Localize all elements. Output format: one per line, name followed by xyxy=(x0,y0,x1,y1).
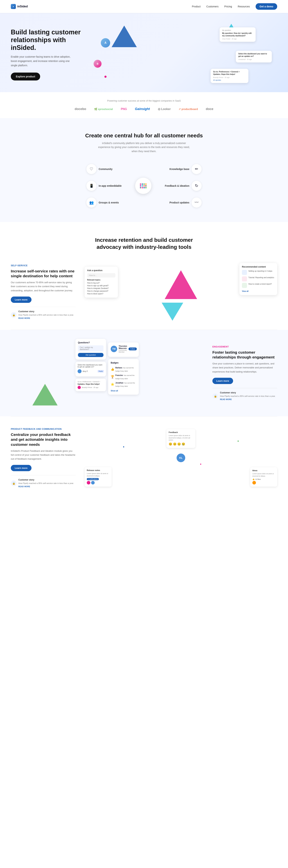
hero-chat-bubble-3: Go to: Preferences > General > Updates. … xyxy=(211,69,248,83)
nav-logo[interactable]: ● inSided xyxy=(11,4,28,9)
self-service-learn-more[interactable]: Learn more xyxy=(11,297,32,303)
feedback-node-body: Lorem ipsum dolor sit amet ut eiusmod et… xyxy=(169,434,193,441)
community-label: Community xyxy=(99,167,113,170)
self-service-text: Self-service Increase self-service rates… xyxy=(11,264,75,319)
notifications-row: 2 notifications xyxy=(87,478,109,480)
badge-icon-3: ⭐ xyxy=(111,382,114,386)
nav-cta-button[interactable]: Get a demo xyxy=(256,3,277,10)
ideas-likes: 👍 10 likes xyxy=(252,478,275,480)
nav-resources[interactable]: Resources xyxy=(238,5,250,8)
hub-item-product: 〰 Product updates xyxy=(169,197,201,208)
feedback-icon: ↻ xyxy=(192,181,201,191)
emoji-2: 😐 xyxy=(173,442,177,446)
self-service-tag: Self-service xyxy=(11,264,75,267)
hub-section: Create one central hub for all customer … xyxy=(0,118,288,222)
show-all-link[interactable]: Show all xyxy=(111,390,118,392)
product-feedback-visual: KL Feedback Lorem ipsum dolor sit amet u… xyxy=(85,426,277,490)
product-feedback-story-icon: 🔒 xyxy=(11,480,17,486)
hub-center-circle xyxy=(135,178,151,194)
chat-3-upvotes: 20 upvotes xyxy=(213,79,246,82)
release-title: Release notes xyxy=(87,469,109,471)
hub-subtext: inSided's community platform lets you de… xyxy=(97,141,191,153)
badge-name-3: Jonathan xyxy=(116,382,123,384)
hub-item-community: ♡ Community xyxy=(86,164,113,174)
engagement-story-body: How Pipefy reached a 95% self-service ra… xyxy=(220,395,276,397)
product-feedback-learn-more[interactable]: Learn more xyxy=(11,465,32,471)
ideas-desc: Lorem ipsum dolor sit amet ut eiusmod et… xyxy=(252,473,275,477)
feedback-node-title: Feedback xyxy=(169,431,193,433)
hub-dots-grid xyxy=(140,183,147,188)
rec-content-card: Recommended content Setting up reporting… xyxy=(239,263,277,295)
release-notes-node: Release notes Lorem ipsum dolor sit amet… xyxy=(85,467,111,487)
hero-right: A B My question: My question: How do I q… xyxy=(90,24,277,85)
profile-avatar: TW xyxy=(111,346,117,352)
emoji-reactions: 😊 😐 😔 😢 xyxy=(169,442,193,446)
ask-question-title: Ask a question xyxy=(87,269,116,272)
rec-item-1-icon xyxy=(242,270,247,275)
partners-logos: docebo 🌿 sproutsocial PNG Gainsight ◎ Lo… xyxy=(11,107,277,111)
self-service-story-link[interactable]: READ MORE xyxy=(19,317,30,319)
chat-2-text: Select the dashboard you want to get an … xyxy=(238,53,269,58)
engagement-headline: Foster lasting customer relationships th… xyxy=(213,350,277,360)
follow-button[interactable]: Follow xyxy=(129,347,137,350)
feedback-center-avatar: KL xyxy=(177,454,185,462)
profile-role: Community Member xyxy=(119,349,127,353)
engagement-learn-more[interactable]: Learn more xyxy=(213,378,233,384)
nav-pricing[interactable]: Pricing xyxy=(224,5,232,8)
rec-item-3-text: How to create a trend report? xyxy=(248,283,272,285)
product-feedback-headline: Centralize your product feedback and get… xyxy=(11,432,75,447)
partners-title: Powering customer success at some of the… xyxy=(11,99,277,102)
product-updates-icon: 〰 xyxy=(192,197,201,208)
badge-icon-2: 🏆 xyxy=(111,375,114,378)
ideas-node: Ideas Lorem ipsum dolor sit amet ut eius… xyxy=(250,467,277,487)
engagement-desc: Give your customers a place to connect, … xyxy=(213,362,277,374)
retention-section: Increase retention and build customer ad… xyxy=(0,222,288,254)
hero-left: Build lasting customer relationships wit… xyxy=(11,28,90,81)
engagement-section: Questions? Can I update my dashboard? As… xyxy=(0,330,288,416)
nav-product[interactable]: Product xyxy=(192,5,200,8)
badge-text-2: Francine has earned the badge Easy taker xyxy=(116,373,136,380)
view-all-link[interactable]: View all xyxy=(242,290,249,292)
nav-links: Product Customers Pricing Resources Get … xyxy=(192,3,277,10)
chat-3-text: Go to: Preferences > General > Updates. … xyxy=(213,70,246,75)
badges-card: Badges 👍 Barbara has earned the badge Ea… xyxy=(108,359,139,395)
hero-chat-bubble-2: Select the dashboard you want to get an … xyxy=(236,51,272,62)
product-feedback-desc: InSided's Product Feedback and Ideation … xyxy=(11,449,75,461)
release-desc: Lorem ipsum dolor sit amet ut eiusmod et… xyxy=(87,472,109,477)
engagement-story-label: Customer story xyxy=(220,392,276,394)
partner-sprout: 🌿 sproutsocial xyxy=(94,108,113,111)
self-service-desc: Our customers achieve 70-95% self-servic… xyxy=(11,280,75,292)
partner-gainsight: Gainsight xyxy=(135,107,150,111)
product-feedback-story: 🔒 Customer story How Pipefy reached a 95… xyxy=(11,475,75,488)
go-to-text: Updates. Hope this helps! xyxy=(77,383,104,385)
topic-2: How to sign up with gmail? xyxy=(87,284,116,287)
nav-customers[interactable]: Customers xyxy=(206,5,219,8)
feedback-top-node: Feedback Lorem ipsum dolor sit amet ut e… xyxy=(166,429,195,448)
rec-item-2: Tutorial: Reporting and analytics xyxy=(242,276,275,281)
emoji-3: 😔 xyxy=(177,442,181,446)
chat-1-meta: Amy Foster · 2h ago xyxy=(222,38,253,40)
chat-1-label: My question: xyxy=(222,29,253,32)
brandy-row: Brandy Prince · 2h ago xyxy=(77,386,104,389)
badge-item-1: 👍 Barbara has earned the badge Easy take… xyxy=(111,366,136,372)
ideas-avatar-row xyxy=(252,481,275,485)
hero-avatar-2: B xyxy=(94,60,101,68)
ask-question-btn[interactable]: Ask question xyxy=(78,353,103,357)
engagement-story-link[interactable]: READ MORE xyxy=(220,398,232,400)
hero-avatar-1: A xyxy=(101,38,110,48)
teal-triangle-bg xyxy=(162,303,183,321)
hero-chat-bubble-1: My question: My question: How do I quick… xyxy=(220,27,256,42)
self-service-headline: Increase self-service rates with one sin… xyxy=(11,269,75,279)
ask-question-card: Ask a question How to... Relevant topics… xyxy=(85,267,118,298)
logo-icon: ● xyxy=(11,4,16,9)
knowledge-icon: ✏ xyxy=(192,164,201,174)
inapp-icon: 📱 xyxy=(86,181,96,191)
hero-explore-button[interactable]: Explore product xyxy=(11,72,40,81)
engagement-story-icon: 🔒 xyxy=(213,393,218,399)
badge-name-1: Barbara xyxy=(116,367,122,369)
go-to-label: Go to: Preferences > General > xyxy=(77,381,104,382)
groups-icon: 👥 xyxy=(86,197,96,208)
notifications-badge: 2 notifications xyxy=(87,478,99,480)
product-feedback-story-link[interactable]: READ MORE xyxy=(19,486,30,488)
engagement-visual: Questions? Can I update my dashboard? As… xyxy=(11,339,203,407)
